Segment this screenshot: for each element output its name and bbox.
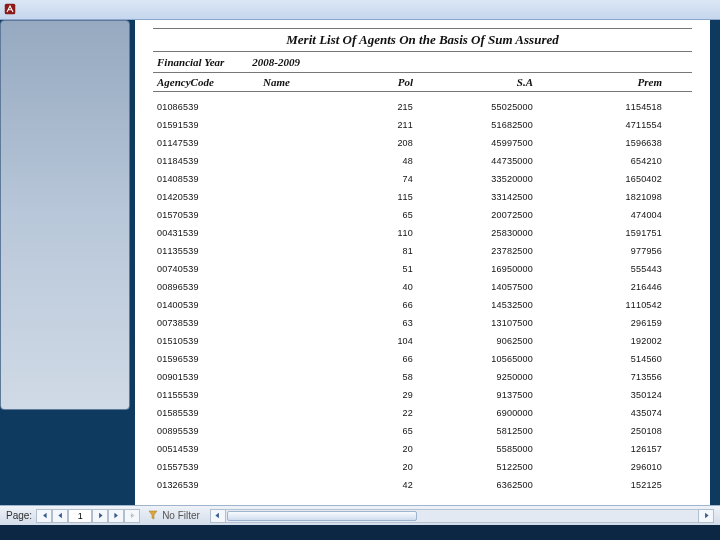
cell-sa: 20072500: [413, 210, 533, 220]
access-icon: [4, 1, 16, 19]
cell-pol: 51: [333, 264, 413, 274]
cell-sa: 51682500: [413, 120, 533, 130]
cell-pol: 48: [333, 156, 413, 166]
table-row: 01086539215550250001154518: [153, 98, 692, 116]
scroll-left-button[interactable]: [210, 509, 226, 523]
col-name: Name: [263, 76, 333, 88]
cell-pol: 65: [333, 426, 413, 436]
prev-page-button[interactable]: [52, 509, 68, 523]
cell-code: 01184539: [153, 156, 263, 166]
cell-name: [263, 444, 333, 454]
table-row: 011355398123782500977956: [153, 242, 692, 260]
cell-name: [263, 228, 333, 238]
cell-code: 01326539: [153, 480, 263, 490]
cell-prem: 1154518: [533, 102, 668, 112]
report-rows-container: 0108653921555025000115451801591539211516…: [153, 98, 692, 494]
cell-prem: 514560: [533, 354, 668, 364]
table-row: 011845394844735000654210: [153, 152, 692, 170]
cell-code: 00740539: [153, 264, 263, 274]
table-row: 01557539205122500296010: [153, 458, 692, 476]
page-label: Page:: [6, 510, 32, 521]
cell-prem: 713556: [533, 372, 668, 382]
cell-name: [263, 408, 333, 418]
cell-pol: 63: [333, 318, 413, 328]
cell-sa: 25830000: [413, 228, 533, 238]
cell-name: [263, 264, 333, 274]
cell-sa: 5122500: [413, 462, 533, 472]
horizontal-scrollbar[interactable]: [210, 509, 714, 523]
cell-code: 01591539: [153, 120, 263, 130]
cell-name: [263, 138, 333, 148]
last-page-button[interactable]: [108, 509, 124, 523]
cell-code: 00514539: [153, 444, 263, 454]
cell-name: [263, 372, 333, 382]
cell-pol: 29: [333, 390, 413, 400]
cell-code: 00901539: [153, 372, 263, 382]
cell-sa: 44735000: [413, 156, 533, 166]
cell-pol: 74: [333, 174, 413, 184]
table-row: 01585539226900000435074: [153, 404, 692, 422]
cell-sa: 6362500: [413, 480, 533, 490]
cell-sa: 10565000: [413, 354, 533, 364]
table-row: 01147539208459975001596638: [153, 134, 692, 152]
new-page-button[interactable]: *: [124, 509, 140, 523]
cell-prem: 1596638: [533, 138, 668, 148]
table-row: 00431539110258300001591751: [153, 224, 692, 242]
cell-pol: 110: [333, 228, 413, 238]
cell-code: 01510539: [153, 336, 263, 346]
cell-code: 01155539: [153, 390, 263, 400]
first-page-button[interactable]: [36, 509, 52, 523]
filter-status[interactable]: No Filter: [148, 510, 200, 522]
cell-name: [263, 174, 333, 184]
cell-name: [263, 156, 333, 166]
cell-prem: 250108: [533, 426, 668, 436]
table-row: 008965394014057500216446: [153, 278, 692, 296]
table-row: 00895539655812500250108: [153, 422, 692, 440]
report-title: Merit List Of Agents On the Basis Of Sum…: [153, 28, 692, 52]
cell-name: [263, 480, 333, 490]
report-viewer: Merit List Of Agents On the Basis Of Sum…: [135, 20, 710, 512]
cell-code: 01420539: [153, 192, 263, 202]
cell-prem: 555443: [533, 264, 668, 274]
cell-sa: 33142500: [413, 192, 533, 202]
scroll-right-button[interactable]: [698, 509, 714, 523]
cell-pol: 58: [333, 372, 413, 382]
report-subheader: Financial Year 2008-2009: [153, 56, 692, 72]
table-row: 01155539299137500350124: [153, 386, 692, 404]
cell-code: 01135539: [153, 246, 263, 256]
cell-sa: 9137500: [413, 390, 533, 400]
cell-code: 00896539: [153, 282, 263, 292]
page-navigation: Page: *: [0, 509, 140, 523]
column-headers: AgencyCode Name Pol S.A Prem: [153, 72, 692, 92]
page-number-input[interactable]: [68, 509, 92, 523]
cell-prem: 192002: [533, 336, 668, 346]
cell-name: [263, 318, 333, 328]
cell-name: [263, 426, 333, 436]
next-page-button[interactable]: [92, 509, 108, 523]
status-bar: Page: * No Filter: [0, 505, 720, 525]
cell-sa: 5812500: [413, 426, 533, 436]
cell-code: 00895539: [153, 426, 263, 436]
cell-pol: 115: [333, 192, 413, 202]
cell-pol: 65: [333, 210, 413, 220]
table-row: 01591539211516825004711554: [153, 116, 692, 134]
scrollbar-thumb[interactable]: [227, 511, 417, 521]
cell-prem: 1110542: [533, 300, 668, 310]
cell-sa: 33520000: [413, 174, 533, 184]
cell-name: [263, 246, 333, 256]
table-row: 0140053966145325001110542: [153, 296, 692, 314]
cell-sa: 9062500: [413, 336, 533, 346]
financial-year-label: Financial Year: [157, 56, 224, 68]
cell-code: 01147539: [153, 138, 263, 148]
cell-prem: 4711554: [533, 120, 668, 130]
table-row: 01420539115331425001821098: [153, 188, 692, 206]
cell-name: [263, 210, 333, 220]
cell-pol: 215: [333, 102, 413, 112]
cell-pol: 66: [333, 300, 413, 310]
financial-year-value: 2008-2009: [252, 56, 300, 68]
cell-name: [263, 354, 333, 364]
cell-code: 01400539: [153, 300, 263, 310]
cell-name: [263, 462, 333, 472]
cell-prem: 296159: [533, 318, 668, 328]
cell-code: 00431539: [153, 228, 263, 238]
